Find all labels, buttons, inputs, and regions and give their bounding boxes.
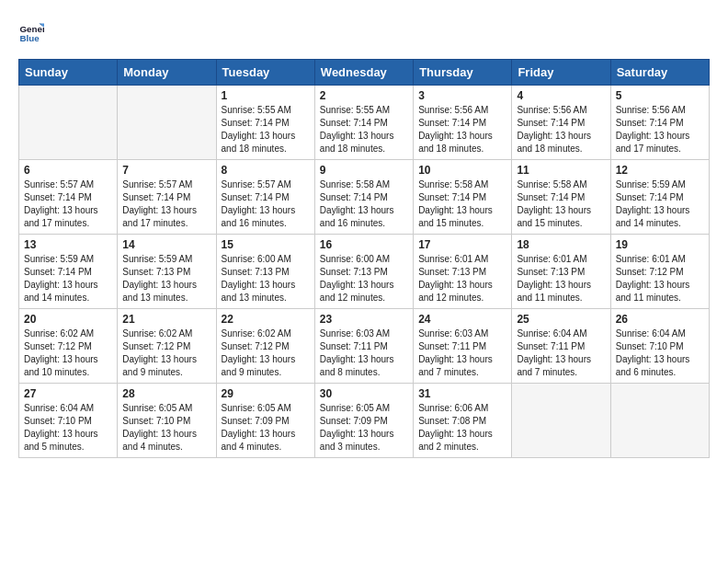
- day-number: 19: [616, 238, 704, 251]
- day-details: Sunrise: 5:58 AM Sunset: 7:14 PM Dayligh…: [320, 178, 408, 230]
- calendar-cell: 1Sunrise: 5:55 AM Sunset: 7:14 PM Daylig…: [216, 86, 314, 160]
- calendar-table: SundayMondayTuesdayWednesdayThursdayFrid…: [18, 59, 710, 458]
- calendar-cell: 18Sunrise: 6:01 AM Sunset: 7:13 PM Dayli…: [512, 235, 610, 309]
- calendar-cell: [610, 384, 709, 458]
- day-number: 11: [517, 164, 605, 177]
- calendar-cell: [118, 86, 216, 160]
- calendar-cell: 23Sunrise: 6:03 AM Sunset: 7:11 PM Dayli…: [314, 309, 413, 384]
- day-number: 18: [517, 238, 605, 251]
- calendar-cell: 9Sunrise: 5:58 AM Sunset: 7:14 PM Daylig…: [314, 160, 413, 235]
- day-number: 29: [222, 387, 310, 400]
- day-number: 26: [616, 313, 704, 326]
- day-details: Sunrise: 6:03 AM Sunset: 7:11 PM Dayligh…: [418, 327, 506, 379]
- calendar-cell: 11Sunrise: 5:58 AM Sunset: 7:14 PM Dayli…: [512, 160, 610, 235]
- day-details: Sunrise: 5:56 AM Sunset: 7:14 PM Dayligh…: [418, 104, 506, 155]
- day-details: Sunrise: 6:01 AM Sunset: 7:13 PM Dayligh…: [418, 253, 506, 304]
- calendar-cell: [19, 86, 118, 160]
- day-number: 10: [418, 164, 506, 177]
- calendar-cell: [512, 384, 610, 458]
- day-details: Sunrise: 5:57 AM Sunset: 7:14 PM Dayligh…: [24, 178, 112, 230]
- day-number: 6: [24, 164, 112, 177]
- day-details: Sunrise: 6:00 AM Sunset: 7:13 PM Dayligh…: [320, 253, 408, 304]
- day-details: Sunrise: 6:04 AM Sunset: 7:10 PM Dayligh…: [616, 327, 704, 379]
- calendar-header-row: SundayMondayTuesdayWednesdayThursdayFrid…: [19, 60, 710, 86]
- day-details: Sunrise: 6:04 AM Sunset: 7:11 PM Dayligh…: [517, 327, 605, 379]
- calendar-cell: 22Sunrise: 6:02 AM Sunset: 7:12 PM Dayli…: [216, 309, 314, 384]
- day-details: Sunrise: 6:05 AM Sunset: 7:09 PM Dayligh…: [320, 402, 408, 454]
- day-number: 7: [122, 164, 210, 177]
- day-details: Sunrise: 5:57 AM Sunset: 7:14 PM Dayligh…: [122, 178, 210, 230]
- day-details: Sunrise: 5:59 AM Sunset: 7:13 PM Dayligh…: [122, 253, 210, 304]
- day-number: 9: [320, 164, 408, 177]
- calendar-cell: 2Sunrise: 5:55 AM Sunset: 7:14 PM Daylig…: [314, 86, 413, 160]
- day-number: 3: [418, 89, 506, 102]
- calendar-cell: 30Sunrise: 6:05 AM Sunset: 7:09 PM Dayli…: [314, 384, 413, 458]
- day-number: 5: [616, 89, 704, 102]
- page-header: General Blue: [18, 18, 710, 44]
- day-number: 8: [222, 164, 310, 177]
- calendar-week-row: 6Sunrise: 5:57 AM Sunset: 7:14 PM Daylig…: [19, 160, 710, 235]
- calendar-week-row: 27Sunrise: 6:04 AM Sunset: 7:10 PM Dayli…: [19, 384, 710, 458]
- day-details: Sunrise: 6:00 AM Sunset: 7:13 PM Dayligh…: [222, 253, 310, 304]
- calendar-week-row: 13Sunrise: 5:59 AM Sunset: 7:14 PM Dayli…: [19, 235, 710, 309]
- day-number: 4: [517, 89, 605, 102]
- calendar-col-header: Wednesday: [314, 60, 413, 86]
- day-number: 1: [222, 89, 310, 102]
- day-details: Sunrise: 6:02 AM Sunset: 7:12 PM Dayligh…: [24, 327, 112, 379]
- day-details: Sunrise: 6:05 AM Sunset: 7:10 PM Dayligh…: [122, 402, 210, 454]
- svg-text:Blue: Blue: [19, 33, 40, 43]
- logo-icon: General Blue: [18, 18, 44, 44]
- day-details: Sunrise: 6:02 AM Sunset: 7:12 PM Dayligh…: [222, 327, 310, 379]
- day-details: Sunrise: 6:06 AM Sunset: 7:08 PM Dayligh…: [418, 402, 506, 454]
- calendar-cell: 19Sunrise: 6:01 AM Sunset: 7:12 PM Dayli…: [610, 235, 709, 309]
- calendar-cell: 8Sunrise: 5:57 AM Sunset: 7:14 PM Daylig…: [216, 160, 314, 235]
- calendar-cell: 17Sunrise: 6:01 AM Sunset: 7:13 PM Dayli…: [414, 235, 512, 309]
- day-number: 15: [222, 238, 310, 251]
- day-number: 2: [320, 89, 408, 102]
- calendar-cell: 24Sunrise: 6:03 AM Sunset: 7:11 PM Dayli…: [414, 309, 512, 384]
- day-details: Sunrise: 6:05 AM Sunset: 7:09 PM Dayligh…: [222, 402, 310, 454]
- day-number: 24: [418, 313, 506, 326]
- day-number: 17: [418, 238, 506, 251]
- day-details: Sunrise: 5:55 AM Sunset: 7:14 PM Dayligh…: [320, 104, 408, 155]
- day-details: Sunrise: 5:58 AM Sunset: 7:14 PM Dayligh…: [517, 178, 605, 230]
- day-number: 22: [222, 313, 310, 326]
- calendar-col-header: Thursday: [414, 60, 512, 86]
- day-number: 30: [320, 387, 408, 400]
- calendar-cell: 5Sunrise: 5:56 AM Sunset: 7:14 PM Daylig…: [610, 86, 709, 160]
- calendar-col-header: Tuesday: [216, 60, 314, 86]
- calendar-col-header: Sunday: [19, 60, 118, 86]
- calendar-cell: 4Sunrise: 5:56 AM Sunset: 7:14 PM Daylig…: [512, 86, 610, 160]
- day-details: Sunrise: 5:56 AM Sunset: 7:14 PM Dayligh…: [616, 104, 704, 155]
- day-number: 28: [122, 387, 210, 400]
- calendar-cell: 14Sunrise: 5:59 AM Sunset: 7:13 PM Dayli…: [118, 235, 216, 309]
- calendar-cell: 12Sunrise: 5:59 AM Sunset: 7:14 PM Dayli…: [610, 160, 709, 235]
- calendar-cell: 7Sunrise: 5:57 AM Sunset: 7:14 PM Daylig…: [118, 160, 216, 235]
- day-details: Sunrise: 5:58 AM Sunset: 7:14 PM Dayligh…: [418, 178, 506, 230]
- calendar-cell: 26Sunrise: 6:04 AM Sunset: 7:10 PM Dayli…: [610, 309, 709, 384]
- day-number: 12: [616, 164, 704, 177]
- day-details: Sunrise: 6:01 AM Sunset: 7:13 PM Dayligh…: [517, 253, 605, 304]
- calendar-col-header: Saturday: [610, 60, 709, 86]
- calendar-col-header: Friday: [512, 60, 610, 86]
- day-number: 27: [24, 387, 112, 400]
- calendar-cell: 29Sunrise: 6:05 AM Sunset: 7:09 PM Dayli…: [216, 384, 314, 458]
- calendar-cell: 10Sunrise: 5:58 AM Sunset: 7:14 PM Dayli…: [414, 160, 512, 235]
- day-details: Sunrise: 6:01 AM Sunset: 7:12 PM Dayligh…: [616, 253, 704, 304]
- day-details: Sunrise: 5:56 AM Sunset: 7:14 PM Dayligh…: [517, 104, 605, 155]
- day-number: 20: [24, 313, 112, 326]
- calendar-col-header: Monday: [118, 60, 216, 86]
- calendar-cell: 3Sunrise: 5:56 AM Sunset: 7:14 PM Daylig…: [414, 86, 512, 160]
- logo: General Blue: [18, 18, 48, 44]
- calendar-cell: 25Sunrise: 6:04 AM Sunset: 7:11 PM Dayli…: [512, 309, 610, 384]
- calendar-week-row: 1Sunrise: 5:55 AM Sunset: 7:14 PM Daylig…: [19, 86, 710, 160]
- day-number: 25: [517, 313, 605, 326]
- day-details: Sunrise: 5:59 AM Sunset: 7:14 PM Dayligh…: [616, 178, 704, 230]
- calendar-cell: 27Sunrise: 6:04 AM Sunset: 7:10 PM Dayli…: [19, 384, 118, 458]
- day-number: 31: [418, 387, 506, 400]
- day-details: Sunrise: 5:57 AM Sunset: 7:14 PM Dayligh…: [222, 178, 310, 230]
- day-number: 16: [320, 238, 408, 251]
- day-number: 21: [122, 313, 210, 326]
- calendar-cell: 28Sunrise: 6:05 AM Sunset: 7:10 PM Dayli…: [118, 384, 216, 458]
- day-number: 13: [24, 238, 112, 251]
